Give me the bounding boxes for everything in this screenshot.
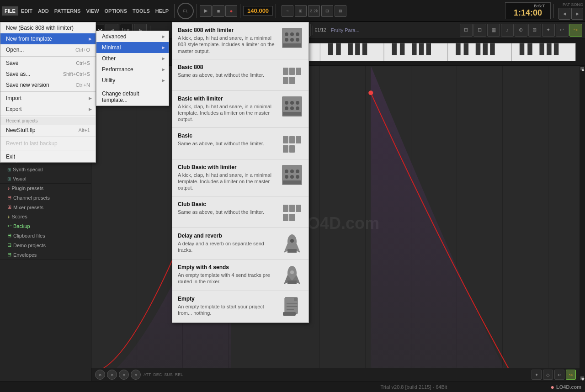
menu-add[interactable]: ADD	[35, 6, 52, 16]
tool-4[interactable]: ⊟	[321, 5, 333, 17]
v-scrollbar[interactable]: ▲ ▼	[580, 66, 585, 381]
svg-point-41	[285, 32, 288, 36]
logo-button[interactable]: FL	[177, 3, 194, 19]
record-button[interactable]: ●	[225, 5, 237, 17]
demo-icon: ⊟	[7, 242, 11, 248]
redo-icon[interactable]: ↪	[569, 24, 582, 37]
undo-icon[interactable]: ↩	[556, 24, 569, 37]
sidebar-demo[interactable]: ⊟ Demo projects	[0, 240, 91, 250]
bpm-display[interactable]: 140.000	[243, 6, 273, 16]
backup-icon: ↩	[7, 223, 11, 229]
menu-edit[interactable]: EDIT	[18, 6, 35, 16]
sidebar-synth-special-label: Synth special	[13, 167, 43, 172]
br-2[interactable]: ◇	[543, 370, 553, 380]
envelopes-icon: ⊟	[7, 252, 11, 258]
tmenu-change-default[interactable]: Change default template...	[96, 88, 169, 106]
tmenu-other[interactable]: Other	[96, 53, 169, 64]
fmenu-exit[interactable]: Exit	[0, 151, 96, 162]
svg-point-67	[285, 170, 288, 173]
pattern-icon[interactable]: ▦	[487, 24, 500, 37]
template-basiclimiter[interactable]: Basic with limiter A kick, clap, hi hat …	[172, 91, 308, 128]
nav-right[interactable]: ▶	[571, 8, 583, 20]
br-1[interactable]: ✦	[532, 370, 542, 380]
knob-dec[interactable]: ○	[107, 370, 117, 380]
template-basic808limiter[interactable]: Basic 808 with limiter A kick, clap, hi …	[172, 22, 308, 59]
sidebar-visual[interactable]: ⊞ Visual	[0, 174, 91, 183]
sidebar-plugin-presets-label: Plugin presets	[12, 185, 44, 191]
template-basic808-desc: Same as above, but without the limiter.	[178, 72, 276, 78]
knob-sus[interactable]: ○	[119, 370, 129, 380]
template-basic-icon	[281, 132, 303, 154]
tool-1[interactable]: ~	[282, 5, 293, 17]
sidebar-envelopes[interactable]: ⊟ Envelopes	[0, 250, 91, 260]
svg-point-54	[285, 101, 288, 105]
channel-icon[interactable]: ⊟	[473, 24, 486, 37]
fmenu-export[interactable]: Export	[0, 104, 96, 115]
new-basic-label: New (Basic 808 with limiter)	[6, 25, 74, 31]
fmenu-save-new-version[interactable]: Save new version Ctrl+N	[0, 79, 96, 90]
sidebar-plugin-presets[interactable]: ♪ Plugin presets	[0, 184, 91, 193]
fmenu-new-basic[interactable]: New (Basic 808 with limiter)	[0, 22, 96, 33]
br-3[interactable]: ↩	[554, 370, 564, 380]
fmenu-recent1[interactable]: NewStuff.flp Alt+1	[0, 125, 96, 136]
svg-rect-78	[289, 214, 295, 221]
sidebar-clipboard[interactable]: ⊟ Clipboard files	[0, 231, 91, 240]
tmenu-utility[interactable]: Utility	[96, 75, 169, 86]
template-delayreverb[interactable]: Delay and reverb A delay and a reverb on…	[172, 228, 308, 260]
template-basic-name: Basic	[178, 132, 276, 139]
fmenu-save-as[interactable]: Save as... Shift+Ctrl+S	[0, 69, 96, 79]
template-clubbasic[interactable]: Club Basic Same as above, but without th…	[172, 196, 308, 228]
br-4[interactable]: ↪	[566, 370, 576, 380]
save-shortcut: Ctrl+S	[76, 60, 90, 66]
fmenu-save[interactable]: Save Ctrl+S	[0, 58, 96, 69]
sep4	[276, 4, 276, 18]
template-empty4sends[interactable]: Empty with 4 sends An empty template wit…	[172, 260, 308, 291]
sidebar-backup[interactable]: ↩ Backup	[0, 221, 91, 231]
fmenu-revert[interactable]: Revert to last backup	[0, 138, 96, 149]
sidebar-demo-label: Demo projects	[13, 243, 46, 248]
template-basic[interactable]: Basic Same as above, but without the lim…	[172, 128, 308, 159]
template-clubbasiclimiter-icon	[281, 164, 303, 186]
sidebar-synth-special[interactable]: ⊞ Synth special	[0, 165, 91, 174]
template-empty[interactable]: Empty An empty template to start your pr…	[172, 291, 308, 323]
svg-point-83	[290, 239, 294, 243]
sidebar-scores[interactable]: ♪ Scores	[0, 212, 91, 221]
tool-3[interactable]: 3.2k	[308, 5, 320, 17]
play-button[interactable]: ▶	[200, 5, 212, 17]
right-icons: ⊞ ⊟ ▦ ♪ ⊕ ⊠ ✦ ↩ ↪	[460, 24, 582, 37]
template-basic808[interactable]: Basic 808 Same as above, but without the…	[172, 59, 308, 91]
mixer-icon[interactable]: ⊞	[460, 24, 473, 37]
svg-point-42	[290, 32, 294, 36]
tmenu-advanced[interactable]: Advanced	[96, 31, 169, 42]
smart-icon[interactable]: ✦	[542, 24, 555, 37]
tmenu-minimal[interactable]: Minimal	[96, 42, 169, 53]
fmenu-new-from-template[interactable]: New from template	[0, 33, 96, 44]
tool-2[interactable]: ⊞	[295, 5, 307, 17]
tool-5[interactable]: ⊠	[335, 5, 346, 17]
fmenu-open[interactable]: Open... Ctrl+O	[0, 44, 96, 55]
knob-att[interactable]: ○	[95, 370, 105, 380]
plugin-icon[interactable]: ⊕	[515, 24, 527, 37]
menu-tools[interactable]: TOOLS	[130, 6, 153, 16]
sidebar-channel-presets[interactable]: ⊟ Channel presets	[0, 193, 91, 202]
tmenu-performance[interactable]: Performance	[96, 64, 169, 75]
stop-button[interactable]: ■	[213, 5, 224, 17]
svg-point-57	[285, 106, 288, 110]
menu-view[interactable]: VIEW	[83, 6, 101, 16]
svg-rect-82	[287, 249, 297, 253]
menu-file[interactable]: FILE	[2, 6, 18, 16]
menu-patterns[interactable]: PATTERNS	[52, 6, 84, 16]
menu-options[interactable]: OPTIONS	[102, 6, 130, 16]
recent1-label: NewStuff.flp	[6, 127, 35, 133]
template-clubbasiclimiter[interactable]: Club Basic with limiter A kick, clap, hi…	[172, 159, 308, 196]
roll-content[interactable]: LO4D.com	[91, 66, 585, 381]
fmenu-import[interactable]: Import	[0, 93, 96, 104]
browser-icon[interactable]: ⊠	[528, 24, 541, 37]
piano-icon[interactable]: ♪	[501, 24, 514, 37]
sidebar-scores-label: Scores	[12, 214, 27, 219]
sidebar-mixer-presets[interactable]: ⊞ Mixer presets	[0, 202, 91, 212]
knob-rel[interactable]: ○	[131, 370, 141, 380]
save-as-label: Save as...	[6, 71, 30, 77]
nav-left[interactable]: ◀	[558, 8, 570, 20]
menu-help[interactable]: HELP	[153, 6, 171, 16]
